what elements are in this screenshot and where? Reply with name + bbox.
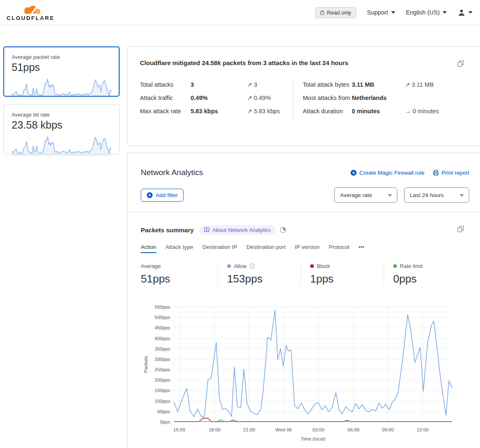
metric-label: Average bit rate (12, 112, 111, 118)
trend-up-icon: ↗ (247, 108, 252, 114)
language-menu[interactable]: English (US) (406, 9, 447, 16)
trend-up-icon: ↗ (247, 95, 252, 101)
chevron-down-icon (443, 11, 447, 14)
rate-limit-series-dot (393, 264, 397, 268)
chevron-down-icon (388, 194, 392, 197)
tab-protocol[interactable]: Protocol (329, 244, 350, 253)
language-label: English (US) (406, 9, 440, 16)
tab-destination-ip[interactable]: Destination IP (202, 244, 237, 253)
tab-more[interactable]: ••• (358, 244, 364, 253)
stat-rate-limit: Rate limit 0pps (384, 262, 469, 285)
svg-text:09:00: 09:00 (382, 427, 394, 432)
print-report-link[interactable]: Print report (433, 170, 469, 176)
svg-text:100pps: 100pps (154, 399, 170, 404)
tab-destination-port[interactable]: Destination port (246, 244, 286, 253)
support-menu[interactable]: Support (367, 9, 395, 16)
copy-summary-button[interactable] (456, 59, 465, 69)
lock-icon (320, 10, 324, 15)
selected-value: Last 24 hours (410, 192, 444, 198)
copy-icon (457, 60, 464, 67)
svg-text:18:00: 18:00 (208, 427, 220, 432)
metric-dropdown[interactable]: Average rate (334, 187, 397, 203)
summary-left-column: Total attacks 3 ↗ 3 Attack traffic 0.49%… (140, 80, 293, 120)
clock-icon (280, 227, 286, 233)
svg-text:300pps: 300pps (154, 357, 170, 362)
line-chart: 0pps50pps100pps150pps200pps250pps300pps3… (141, 301, 465, 446)
info-icon[interactable] (250, 263, 255, 269)
trend-value: 0.49% (254, 95, 271, 101)
badge-label: About Network Analytics (213, 227, 271, 233)
time-range-dropdown[interactable]: Last 24 hours (404, 187, 469, 203)
svg-text:03:00: 03:00 (312, 427, 324, 432)
legend-stats-row: Average 51pps Allow 153pps (141, 262, 469, 285)
metric-label: Average packet rate (12, 54, 111, 60)
plus-circle-icon (147, 192, 153, 198)
packets-time-series-chart: 0pps50pps100pps150pps200pps250pps300pps3… (141, 301, 469, 447)
row-label: Max attack rate (140, 107, 191, 116)
row-value: 3 (191, 80, 247, 90)
arrow-right-icon: → (405, 108, 411, 114)
svg-text:200pps: 200pps (154, 377, 170, 382)
row-trend: ↗ 3.11 MB (405, 80, 433, 90)
row-label: Attack traffic (140, 93, 191, 103)
allow-series-dot (227, 264, 231, 268)
summary-row: Total attacks 3 ↗ 3 (140, 80, 287, 90)
plus-circle-icon (350, 170, 357, 176)
dimension-tabs: Action Attack type Destination IP Destin… (141, 244, 469, 253)
read-only-label: Read only (327, 10, 351, 16)
copy-icon (457, 226, 464, 233)
row-trend: → 0 minutes (405, 107, 438, 116)
row-label: Total attack bytes (303, 80, 352, 90)
stat-label: Average (141, 263, 161, 269)
cloudflare-cloud-icon (19, 4, 42, 16)
summary-row: Attack duration 0 minutes → 0 minutes (303, 107, 463, 116)
chevron-down-icon (468, 11, 473, 14)
summary-row: Max attack rate 5.83 kbps ↗ 5.83 kbps (140, 107, 287, 116)
chevron-down-icon (391, 11, 395, 14)
svg-text:Wed 06: Wed 06 (275, 427, 291, 432)
link-label: Print report (441, 170, 469, 176)
tab-attack-type[interactable]: Attack type (166, 244, 193, 253)
average-packet-rate-card[interactable]: Average packet rate 51pps (3, 46, 120, 97)
svg-text:250pps: 250pps (154, 367, 170, 372)
read-only-badge: Read only (315, 7, 356, 18)
svg-text:15:00: 15:00 (173, 427, 185, 432)
add-filter-button[interactable]: Add filter (141, 189, 184, 202)
svg-text:450pps: 450pps (154, 325, 170, 330)
svg-text:06:00: 06:00 (348, 427, 360, 432)
svg-text:550pps: 550pps (154, 304, 170, 309)
chevron-down-icon (460, 194, 464, 197)
section-title: Packets summary (141, 226, 194, 234)
tab-action[interactable]: Action (141, 244, 157, 253)
logo-wordmark: CLOUDFLARE (7, 15, 55, 21)
attack-summary-card: Cloudflare mitigated 24.58k packets from… (127, 46, 480, 146)
row-label: Most attacks from (303, 93, 352, 103)
row-trend: ↗ 0.49% (247, 93, 271, 103)
about-network-analytics-badge[interactable]: About Network Analytics (200, 225, 276, 235)
metric-value: 23.58 kbps (12, 119, 111, 131)
page-title: Network Analytics (141, 168, 203, 177)
network-analytics-card: Network Analytics Create Magic Firewall … (127, 153, 480, 448)
time-window-indicator[interactable] (280, 227, 286, 233)
support-label: Support (367, 9, 388, 16)
create-magic-firewall-rule-link[interactable]: Create Magic Firewall rule (350, 170, 424, 176)
row-label: Attack duration (303, 107, 352, 116)
svg-text:50pps: 50pps (157, 409, 171, 414)
svg-text:150pps: 150pps (154, 388, 170, 393)
trend-value: 0 minutes (413, 108, 439, 114)
copy-packets-summary-button[interactable] (456, 225, 465, 235)
tab-ip-version[interactable]: IP version (295, 244, 320, 253)
cloudflare-logo[interactable]: CLOUDFLARE (7, 4, 55, 21)
account-menu[interactable] (458, 9, 473, 16)
printer-icon (433, 170, 439, 176)
selected-value: Average rate (340, 192, 372, 198)
svg-text:0pps: 0pps (160, 419, 170, 424)
summary-right-column: Total attack bytes 3.11 MB ↗ 3.11 MB Mos… (293, 80, 469, 120)
block-series-dot (310, 264, 314, 268)
section-divider (127, 212, 480, 212)
trend-value: 3 (254, 81, 257, 88)
row-value: 5.83 kbps (191, 107, 247, 116)
stat-label: Block (317, 263, 330, 269)
button-label: Add filter (156, 192, 178, 198)
average-bit-rate-card[interactable]: Average bit rate 23.58 kbps (3, 104, 120, 154)
